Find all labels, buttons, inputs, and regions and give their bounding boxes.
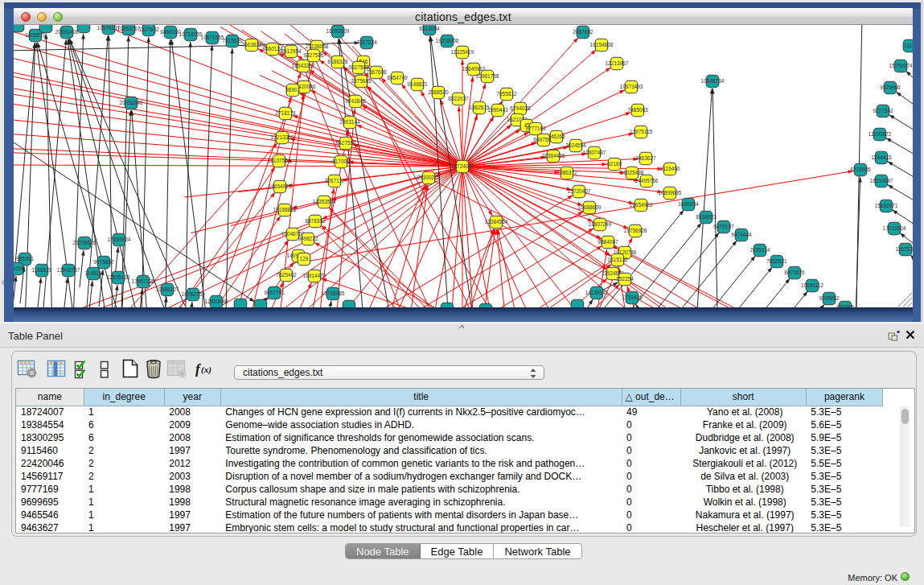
svg-text:9115460: 9115460	[660, 166, 680, 171]
svg-text:10025438: 10025438	[621, 170, 644, 175]
svg-text:9498222: 9498222	[298, 236, 318, 241]
svg-text:8878352: 8878352	[305, 218, 326, 224]
svg-text:1990443: 1990443	[487, 107, 508, 113]
svg-text:7663822: 7663822	[241, 42, 262, 47]
svg-text:8322037: 8322037	[448, 96, 469, 101]
svg-text:12213369: 12213369	[271, 134, 294, 140]
svg-text:17359924: 17359924	[108, 237, 131, 242]
svg-text:15716485: 15716485	[322, 290, 345, 296]
svg-text:(x): (x)	[201, 365, 211, 375]
svg-text:6479197: 6479197	[713, 224, 734, 229]
svg-text:18724007: 18724007	[451, 163, 474, 169]
svg-text:9327506: 9327506	[303, 52, 324, 58]
svg-text:9245652: 9245652	[819, 295, 840, 301]
svg-text:20364436: 20364436	[542, 153, 565, 159]
svg-text:9329966: 9329966	[880, 84, 901, 90]
svg-text:12213967: 12213967	[606, 60, 629, 66]
svg-text:2087682: 2087682	[573, 29, 593, 35]
svg-text:9463627: 9463627	[635, 155, 656, 161]
svg-text:7625402: 7625402	[276, 272, 297, 278]
svg-text:19166825: 19166825	[273, 207, 297, 212]
svg-text:9975867: 9975867	[93, 259, 114, 265]
svg-text:20206526: 20206526	[73, 240, 97, 245]
svg-text:11325419: 11325419	[451, 49, 474, 55]
svg-text:10688609: 10688609	[578, 204, 602, 210]
svg-text:15692971: 15692971	[875, 203, 898, 208]
svg-text:7485063: 7485063	[627, 107, 648, 113]
svg-text:62160: 62160	[607, 161, 622, 167]
svg-text:2367608: 2367608	[366, 69, 387, 75]
svg-text:2935114: 2935114	[750, 247, 770, 253]
svg-text:3267110: 3267110	[325, 178, 345, 183]
svg-text:8186328: 8186328	[327, 59, 348, 64]
svg-text:12353594: 12353594	[313, 199, 336, 204]
svg-text:1733426: 1733426	[622, 295, 643, 300]
svg-text:1615132: 1615132	[607, 257, 628, 262]
svg-text:15720407: 15720407	[568, 188, 591, 194]
svg-text:13975115: 13975115	[630, 129, 653, 134]
svg-text:1405571: 1405571	[25, 32, 46, 38]
svg-text:9884067: 9884067	[598, 239, 618, 245]
svg-text:7955812: 7955812	[496, 91, 517, 97]
svg-text:10899695: 10899695	[659, 190, 682, 196]
svg-text:20053346: 20053346	[120, 100, 143, 105]
svg-text:10958107: 10958107	[156, 286, 179, 292]
svg-text:12942737: 12942737	[57, 267, 80, 273]
svg-text:25300275: 25300275	[417, 175, 441, 180]
svg-text:3375685: 3375685	[351, 78, 372, 84]
svg-text:10654112: 10654112	[801, 282, 824, 288]
svg-text:16210647: 16210647	[870, 178, 893, 183]
svg-text:8215955: 8215955	[850, 167, 871, 172]
svg-text:9146821: 9146821	[407, 81, 428, 87]
svg-text:18807249: 18807249	[589, 221, 612, 227]
svg-text:7632621: 7632621	[766, 258, 787, 264]
svg-text:12093872: 12093872	[869, 131, 892, 137]
svg-text:1112: 1112	[904, 43, 913, 48]
svg-text:10648764: 10648764	[701, 78, 725, 84]
svg-text:6466160: 6466160	[160, 29, 181, 35]
svg-text:39159: 39159	[14, 266, 24, 271]
svg-text:98901: 98901	[285, 87, 300, 93]
svg-text:129: 129	[300, 256, 309, 262]
svg-text:14495756: 14495756	[635, 178, 659, 183]
svg-text:10719155: 10719155	[179, 31, 203, 37]
svg-text:15751074: 15751074	[889, 63, 913, 68]
svg-text:8813054: 8813054	[419, 26, 440, 31]
svg-text:2803144: 2803144	[339, 119, 360, 125]
svg-text:1244415: 1244415	[871, 154, 892, 160]
svg-text:16107554: 16107554	[268, 158, 291, 163]
svg-text:10961758: 10961758	[476, 73, 499, 79]
svg-text:746266: 746266	[548, 134, 565, 139]
svg-text:8660124: 8660124	[262, 46, 283, 51]
svg-text:13384554: 13384554	[485, 219, 508, 225]
svg-text:9457791: 9457791	[264, 290, 285, 295]
svg-text:19654923: 19654923	[630, 202, 653, 208]
svg-text:8912954: 8912954	[281, 48, 302, 54]
svg-text:8427552: 8427552	[335, 140, 356, 146]
svg-text:7357224: 7357224	[356, 39, 377, 45]
svg-text:10853267: 10853267	[117, 26, 141, 31]
svg-text:19654923: 19654923	[269, 183, 292, 189]
svg-text:1527602: 1527602	[138, 27, 159, 32]
svg-text:8454749: 8454749	[387, 75, 408, 80]
svg-text:10973493: 10973493	[620, 84, 643, 89]
svg-text:16782759: 16782759	[182, 291, 205, 297]
svg-text:10807487: 10807487	[583, 150, 606, 155]
svg-text:2588520: 2588520	[428, 89, 449, 95]
svg-text:985061: 985061	[16, 256, 34, 262]
svg-text:2718176: 2718176	[275, 110, 296, 116]
svg-text:7986372: 7986372	[556, 170, 577, 175]
svg-text:16154808: 16154808	[590, 42, 614, 47]
svg-text:114519: 114519	[84, 270, 102, 276]
svg-text:17957225: 17957225	[132, 278, 155, 284]
svg-text:16053809: 16053809	[326, 28, 350, 34]
svg-text:7515526: 7515526	[222, 38, 243, 43]
svg-text:17016504: 17016504	[883, 225, 906, 231]
svg-text:16543392: 16543392	[292, 63, 315, 68]
svg-text:19218906: 19218906	[436, 38, 459, 43]
svg-text:817006: 817006	[332, 159, 350, 164]
svg-text:12505135: 12505135	[107, 274, 130, 280]
svg-text:10671355: 10671355	[201, 35, 224, 40]
svg-text:9227342: 9227342	[873, 108, 893, 113]
svg-text:8471676: 8471676	[784, 270, 805, 275]
